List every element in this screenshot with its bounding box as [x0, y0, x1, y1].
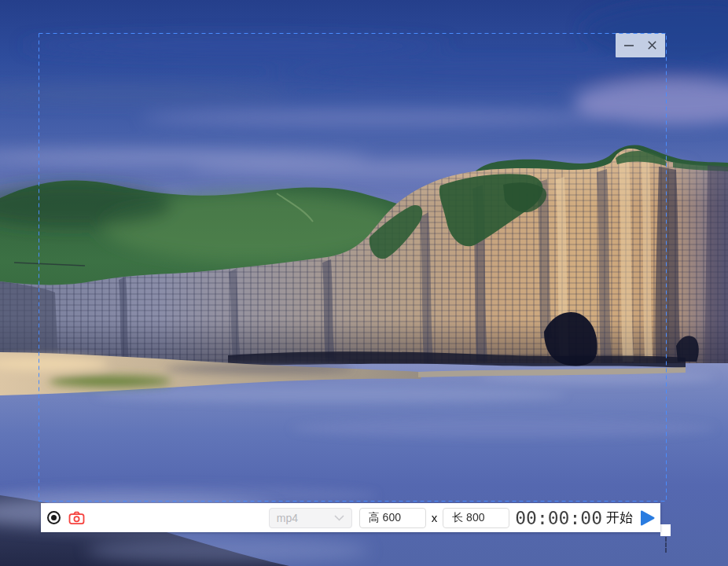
chevron-down-icon: [334, 515, 344, 521]
close-button[interactable]: [645, 39, 659, 53]
record-mode-button[interactable]: [47, 511, 61, 524]
play-icon: [638, 509, 656, 527]
format-select-value: mp4: [277, 512, 298, 524]
resize-handle[interactable]: [660, 524, 671, 536]
format-select[interactable]: mp4: [269, 508, 352, 528]
screenshot-button[interactable]: [68, 511, 85, 525]
width-input[interactable]: [443, 508, 509, 528]
window-controls-panel: [616, 33, 665, 57]
recording-timer: 00:00:00: [515, 508, 602, 528]
minimize-button[interactable]: [622, 39, 636, 53]
record-toolbar: mp4 x 00:00:00 开始: [41, 503, 660, 532]
start-label[interactable]: 开始: [606, 509, 633, 527]
camera-icon: [68, 511, 85, 525]
start-recording-button[interactable]: [638, 509, 656, 527]
dimension-separator: x: [432, 511, 438, 524]
selection-border-tail: [665, 537, 667, 553]
close-icon: [646, 39, 658, 51]
height-input[interactable]: [359, 508, 426, 528]
record-dot-icon: [51, 515, 57, 520]
desktop-wallpaper: [0, 0, 728, 566]
minimize-icon: [623, 39, 635, 52]
